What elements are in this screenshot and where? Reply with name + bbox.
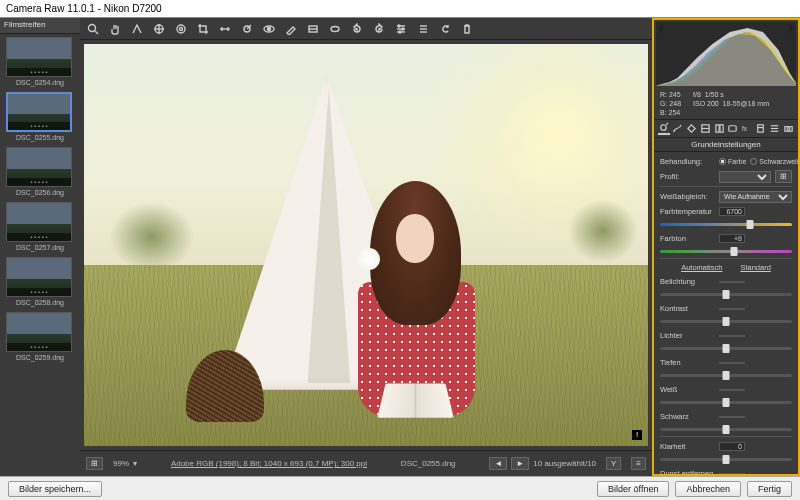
wb-select[interactable]: Wie Aufnahme: [719, 191, 792, 203]
slider-Belichtung[interactable]: [660, 289, 792, 299]
next-image-button[interactable]: ►: [511, 457, 529, 470]
status-bar: ⊞ 99% ▾ Adobe RGB (1998); 8 Bit; 1040 x …: [80, 450, 652, 476]
slider-value-Farbtemperatur[interactable]: 6700: [719, 207, 745, 216]
tab-detail[interactable]: [686, 122, 698, 135]
straighten-tool[interactable]: [218, 22, 232, 36]
tab-calib[interactable]: [755, 122, 767, 135]
tab-snapshots[interactable]: [782, 122, 794, 135]
thumb-DSC_0258.dng[interactable]: • • • • •DSC_0258.dng: [6, 257, 74, 306]
svg-rect-28: [715, 125, 718, 132]
slider-value-Dunst entfernen[interactable]: [719, 473, 745, 474]
color-sampler-tool[interactable]: [152, 22, 166, 36]
slider-value-Schwarz[interactable]: [719, 416, 745, 418]
redeye-tool[interactable]: [262, 22, 276, 36]
rotate-ccw-tool[interactable]: [350, 22, 364, 36]
top-toolbar: [80, 18, 652, 40]
slider-Kontrast[interactable]: [660, 316, 792, 326]
zoom-tool[interactable]: [86, 22, 100, 36]
loop-tool[interactable]: [438, 22, 452, 36]
adjustments-panel: R: 245 G: 248 B: 254 f/8 1/50 s ISO 200 …: [652, 18, 800, 476]
svg-point-19: [398, 25, 400, 27]
slider-label-Kontrast: Kontrast: [660, 304, 715, 313]
hand-tool[interactable]: [108, 22, 122, 36]
slider-Tiefen[interactable]: [660, 370, 792, 380]
rotate-cw-tool[interactable]: [372, 22, 386, 36]
tab-presets[interactable]: [768, 122, 780, 135]
adjust-brush-tool[interactable]: [284, 22, 298, 36]
tab-fx[interactable]: fx: [741, 122, 753, 135]
image-preview[interactable]: !: [84, 44, 648, 446]
slider-Farbtemperatur[interactable]: [660, 219, 792, 229]
slider-label-Schwarz: Schwarz: [660, 412, 715, 421]
grid-toggle[interactable]: ⊞: [86, 457, 103, 470]
radio-schwarzweiss[interactable]: Schwarzweiß: [750, 158, 798, 165]
graduated-tool[interactable]: [306, 22, 320, 36]
window-title: Camera Raw 11.0.1 - Nikon D7200: [6, 3, 162, 14]
cancel-button[interactable]: Abbrechen: [675, 481, 741, 497]
svg-text:fx: fx: [742, 126, 748, 133]
tab-lens[interactable]: [727, 122, 739, 135]
behandlung-label: Behandlung:: [660, 157, 715, 166]
thumb-label: DSC_0254.dng: [6, 79, 74, 86]
compare-button[interactable]: Y: [606, 457, 621, 470]
done-button[interactable]: Fertig: [747, 481, 792, 497]
slider-value-Weiß[interactable]: [719, 389, 745, 391]
readout-aperture: f/8: [693, 91, 701, 98]
standard-link[interactable]: Standard: [740, 263, 770, 272]
panel-title: Grundeinstellungen: [654, 138, 798, 152]
thumb-DSC_0254.dng[interactable]: • • • • •DSC_0254.dng: [6, 37, 74, 86]
thumb-DSC_0259.dng[interactable]: • • • • •DSC_0259.dng: [6, 312, 74, 361]
slider-Klarheit[interactable]: [660, 454, 792, 464]
slider-value-Kontrast[interactable]: [719, 308, 745, 310]
save-images-button[interactable]: Bilder speichern...: [8, 481, 102, 497]
image-meta[interactable]: Adobe RGB (1998); 8 Bit; 1040 x 693 (0,7…: [171, 459, 367, 468]
list-tool[interactable]: [416, 22, 430, 36]
thumb-label: DSC_0259.dng: [6, 354, 74, 361]
warning-icon[interactable]: !: [632, 430, 642, 440]
crop-tool[interactable]: [196, 22, 210, 36]
tab-basic[interactable]: [658, 122, 670, 135]
open-images-button[interactable]: Bilder öffnen: [597, 481, 669, 497]
slider-value-Tiefen[interactable]: [719, 362, 745, 364]
tab-hsl[interactable]: [699, 122, 711, 135]
zoom-dropdown-icon[interactable]: ▾: [133, 459, 137, 468]
slider-value-Klarheit[interactable]: 0: [719, 442, 745, 451]
prefs-tool[interactable]: [394, 22, 408, 36]
thumb-DSC_0255.dng[interactable]: • • • • •DSC_0255.dng: [6, 92, 74, 141]
wb-label: Weißabgleich:: [660, 192, 715, 201]
rgb-readout: R: 245 G: 248 B: 254 f/8 1/50 s ISO 200 …: [654, 88, 798, 119]
filmstrip-header: Filmstreifen: [0, 18, 80, 34]
slider-value-Belichtung[interactable]: [719, 281, 745, 283]
radial-tool[interactable]: [328, 22, 342, 36]
slider-value-Lichter[interactable]: [719, 335, 745, 337]
slider-Schwarz[interactable]: [660, 424, 792, 434]
slider-value-Farbton[interactable]: +8: [719, 234, 745, 243]
profil-browse-icon[interactable]: ⊞: [775, 170, 792, 183]
spot-tool[interactable]: [240, 22, 254, 36]
zoom-value[interactable]: 99%: [113, 459, 129, 468]
svg-rect-30: [729, 126, 736, 132]
shadow-clip-icon[interactable]: [658, 24, 663, 34]
tab-curve[interactable]: [672, 122, 684, 135]
thumb-DSC_0257.dng[interactable]: • • • • •DSC_0257.dng: [6, 202, 74, 251]
svg-line-1: [95, 31, 98, 34]
thumb-DSC_0256.dng[interactable]: • • • • •DSC_0256.dng: [6, 147, 74, 196]
auto-link[interactable]: Automatisch: [681, 263, 722, 272]
menu-button[interactable]: ≡: [631, 457, 646, 470]
readout-b: 254: [669, 109, 681, 116]
radio-farbe[interactable]: Farbe: [719, 158, 746, 165]
target-adjust-tool[interactable]: [174, 22, 188, 36]
slider-Weiß[interactable]: [660, 397, 792, 407]
profil-select[interactable]: [719, 171, 771, 183]
prev-image-button[interactable]: ◄: [489, 457, 507, 470]
slider-Lichter[interactable]: [660, 343, 792, 353]
highlight-clip-icon[interactable]: [789, 24, 794, 34]
slider-Farbton[interactable]: [660, 246, 792, 256]
white-balance-tool[interactable]: [130, 22, 144, 36]
svg-point-0: [89, 24, 96, 31]
readout-r: 245: [669, 91, 681, 98]
readout-shutter: 1/50 s: [705, 91, 724, 98]
histogram[interactable]: [656, 22, 796, 86]
trash-tool[interactable]: [460, 22, 474, 36]
tab-split[interactable]: [713, 122, 725, 135]
